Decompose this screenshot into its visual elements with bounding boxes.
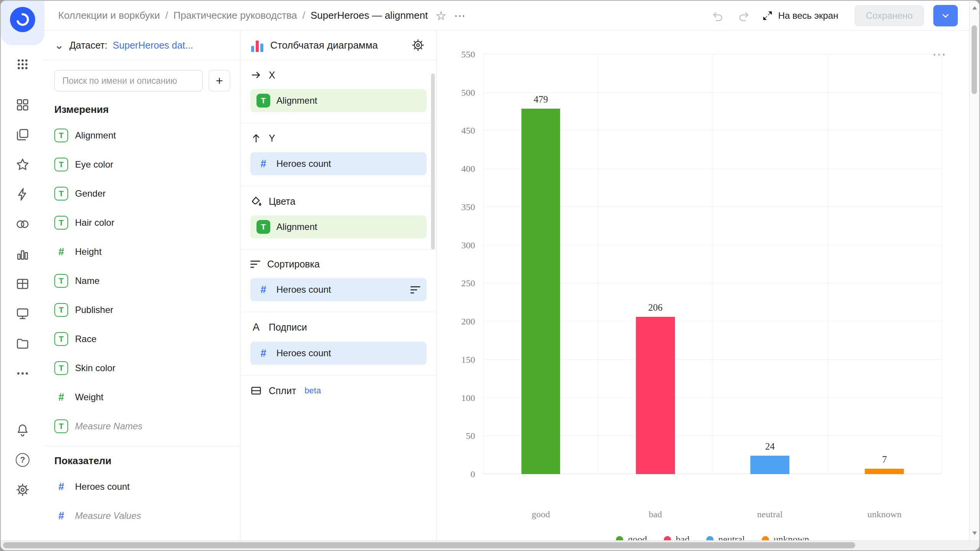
bar-neutral[interactable] — [750, 456, 789, 474]
legend-label: good — [628, 534, 647, 540]
dataset-search-row: + — [44, 60, 240, 101]
sort-field-chip[interactable]: # Heroes count — [250, 278, 426, 301]
split-section-label: Сплит — [269, 385, 296, 396]
field-height[interactable]: #Height — [44, 237, 240, 266]
collections-icon[interactable] — [12, 124, 33, 145]
legend-dot-icon — [616, 536, 623, 541]
field-search-input[interactable] — [54, 70, 203, 91]
breadcrumb-separator: / — [302, 10, 305, 21]
split-icon — [250, 385, 262, 396]
legend-item-neutral[interactable]: neutral — [706, 534, 745, 540]
section-labels: A Подписи # Heroes count — [240, 312, 436, 375]
field-skin-color[interactable]: TSkin color — [44, 354, 240, 383]
string-type-icon: T — [54, 129, 68, 142]
labels-field-chip[interactable]: # Heroes count — [250, 342, 426, 365]
bar-good[interactable] — [521, 109, 560, 474]
string-type-icon: T — [54, 158, 68, 171]
colors-field-chip[interactable]: T Alignment — [250, 215, 426, 238]
field-name[interactable]: TName — [44, 266, 240, 295]
bar-chart-type-icon — [250, 38, 264, 52]
field-label: Publisher — [75, 305, 113, 315]
help-icon[interactable]: ? — [12, 449, 33, 471]
horizontal-scrollbar-thumb[interactable] — [3, 542, 855, 548]
x-axis-arrow-icon — [250, 69, 262, 81]
field-hair-color[interactable]: THair color — [44, 208, 240, 237]
field-measure-values[interactable]: #Measure Values — [44, 501, 240, 530]
string-type-icon: T — [54, 303, 68, 317]
string-type-icon: T — [54, 216, 68, 230]
field-heroes-count[interactable]: #Heroes count — [44, 472, 240, 501]
legend-label: unknown — [774, 534, 809, 540]
save-dropdown-button[interactable] — [933, 5, 958, 26]
connections-icon[interactable] — [12, 184, 33, 205]
more-icon[interactable] — [12, 363, 33, 384]
y-tick-label: 500 — [444, 87, 475, 98]
sort-section-label: Сортировка — [267, 259, 320, 270]
field-weight[interactable]: #Weight — [44, 383, 240, 412]
rail-bottom-group: ? — [12, 417, 33, 540]
dashboards-icon[interactable] — [12, 94, 33, 116]
field-label: Height — [75, 246, 101, 257]
storage-icon[interactable] — [12, 333, 33, 354]
apps-grid-icon[interactable] — [12, 54, 33, 75]
field-eye-color[interactable]: TEye color — [44, 150, 240, 179]
sort-direction-icon[interactable] — [410, 286, 420, 293]
field-publisher[interactable]: TPublisher — [44, 295, 240, 324]
horizontal-scrollbar[interactable] — [1, 540, 969, 550]
datalens-logo[interactable] — [10, 7, 35, 32]
number-type-icon: # — [54, 510, 68, 522]
legend-item-bad[interactable]: bad — [664, 534, 689, 540]
x-category-label: good — [483, 509, 598, 520]
scroll-up-arrow-icon[interactable] — [972, 6, 977, 10]
y-tick-label: 250 — [444, 278, 475, 289]
string-type-icon: T — [256, 220, 270, 234]
dataset-name-link[interactable]: SuperHeroes dat... — [113, 40, 193, 51]
collapse-chevron-icon[interactable]: ⌄ — [54, 42, 64, 49]
legend-item-good[interactable]: good — [616, 534, 647, 540]
charts-icon[interactable] — [12, 243, 33, 265]
field-label: Race — [75, 334, 96, 344]
vertical-scrollbar-thumb[interactable] — [972, 25, 977, 94]
page-more-icon[interactable]: ⋯ — [454, 10, 466, 21]
redo-icon[interactable] — [735, 7, 752, 24]
field-gender[interactable]: TGender — [44, 179, 240, 208]
bar-unknown[interactable] — [865, 469, 904, 474]
datasets-icon[interactable] — [12, 273, 33, 295]
fullscreen-button[interactable]: На весь экран — [761, 10, 838, 22]
field-label: Heroes count — [75, 481, 130, 492]
field-label: Weight — [75, 392, 103, 403]
vertical-scrollbar[interactable] — [969, 1, 979, 540]
legend-label: bad — [676, 534, 689, 540]
monitoring-icon[interactable] — [12, 303, 33, 324]
measures-title: Показатели — [44, 453, 240, 472]
config-scrollbar-thumb[interactable] — [431, 73, 435, 249]
scroll-down-arrow-icon[interactable] — [972, 531, 977, 535]
y-field-chip[interactable]: # Heroes count — [250, 152, 426, 175]
breadcrumb-guides[interactable]: Практические руководства — [173, 10, 297, 21]
field-alignment[interactable]: TAlignment — [44, 121, 240, 150]
undo-icon[interactable] — [709, 7, 726, 24]
section-colors: Цвета T Alignment — [240, 186, 436, 249]
colors-section-label: Цвета — [269, 196, 296, 207]
services-icon[interactable] — [12, 214, 33, 235]
y-tick-label: 200 — [444, 316, 475, 327]
bar-bad[interactable] — [636, 317, 675, 474]
breadcrumb-collections[interactable]: Коллекции и воркбуки — [58, 10, 160, 21]
field-measure-names[interactable]: TMeasure Names — [44, 412, 240, 441]
settings-icon[interactable] — [12, 479, 33, 500]
x-field-chip[interactable]: T Alignment — [250, 89, 426, 112]
field-race[interactable]: TRace — [44, 324, 240, 354]
chart-type-label[interactable]: Столбчатая диаграмма — [270, 39, 403, 51]
x-category-label: unknown — [827, 509, 942, 520]
legend-item-unknown[interactable]: unknown — [762, 534, 809, 540]
add-field-button[interactable]: + — [209, 70, 230, 91]
y-tick-label: 0 — [444, 469, 475, 479]
topbar-actions: На весь экран Сохранено — [709, 5, 958, 26]
favorite-star-icon[interactable]: ☆ — [436, 10, 447, 22]
favorites-icon[interactable] — [12, 154, 33, 175]
chart-settings-gear-icon[interactable] — [410, 37, 426, 54]
notifications-icon[interactable] — [12, 419, 33, 441]
y-tick-label: 450 — [444, 126, 475, 136]
saved-button[interactable]: Сохранено — [854, 5, 924, 26]
section-x: X T Alignment — [240, 60, 436, 123]
